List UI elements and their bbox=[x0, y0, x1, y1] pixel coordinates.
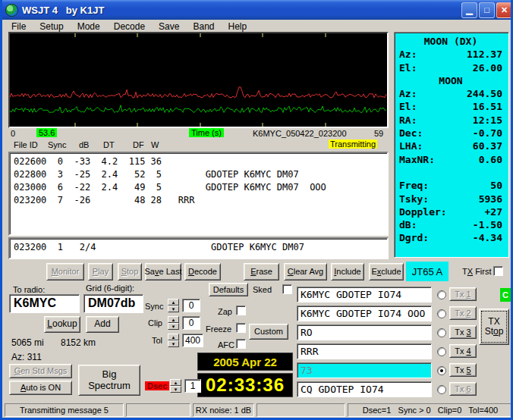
col-file-id: File ID bbox=[14, 140, 38, 149]
clip-value[interactable]: 0 bbox=[182, 316, 200, 330]
dsec-stepper[interactable]: ▲▼ bbox=[170, 379, 181, 393]
tx-radio-1[interactable] bbox=[437, 290, 446, 299]
distance-miles: 5065 mi bbox=[11, 337, 44, 348]
moon-maxnr: MaxNR:0.60 bbox=[399, 153, 502, 166]
wsjt-main-window: WSJT 4 by K1JT ▁ □ ✕ File Setup Mode Dec… bbox=[0, 0, 513, 420]
moon-tsky: Tsky:5936 bbox=[399, 193, 502, 205]
moon-data-panel: MOON (DX) Az:112.37 El:26.00 MOON Az:244… bbox=[394, 32, 509, 258]
tx-first-checkbox[interactable] bbox=[493, 266, 503, 276]
maximize-button[interactable]: □ bbox=[479, 2, 495, 18]
afc-checkbox[interactable] bbox=[236, 339, 246, 349]
sync-value[interactable]: 0 bbox=[182, 299, 200, 312]
mode-indicator: JT65 A bbox=[406, 262, 448, 281]
menu-help[interactable]: Help bbox=[222, 20, 254, 33]
average-row: 023200 1 2/4 GDOTEP K6MYC DM07 bbox=[14, 241, 387, 254]
moon-el: El:16.51 bbox=[399, 100, 502, 113]
menu-save[interactable]: Save bbox=[152, 20, 186, 33]
tx-message-2[interactable]: K6MYC GDOTEP IO74 OOO bbox=[297, 306, 432, 321]
col-w: W bbox=[151, 140, 159, 149]
moon-dx-el: El:26.00 bbox=[399, 61, 502, 74]
up-arrow-icon[interactable]: ▲ bbox=[168, 299, 179, 306]
down-arrow-icon[interactable]: ▼ bbox=[168, 340, 179, 347]
sync-stepper[interactable]: ▲▼ bbox=[168, 299, 179, 312]
tx6-button[interactable]: Tx 6 bbox=[449, 382, 477, 396]
menu-band[interactable]: Band bbox=[186, 20, 221, 33]
dsec-label: Dsec bbox=[145, 381, 169, 390]
big-spectrum-button[interactable]: Big Spectrum bbox=[78, 365, 140, 396]
col-df: DF bbox=[133, 140, 144, 149]
tx5-button[interactable]: Tx 5 bbox=[449, 363, 477, 377]
minimize-button[interactable]: ▁ bbox=[461, 2, 477, 18]
clear-avg-button[interactable]: Clear Avg bbox=[284, 263, 327, 281]
play-button[interactable]: Play bbox=[88, 263, 113, 281]
add-button[interactable]: Add bbox=[86, 316, 119, 333]
up-arrow-icon[interactable]: ▲ bbox=[168, 316, 179, 323]
sync-label: Sync bbox=[145, 302, 163, 311]
close-button[interactable]: ✕ bbox=[496, 2, 512, 18]
save-last-button[interactable]: Save Last bbox=[145, 263, 181, 281]
average-text-area[interactable]: 023200 1 2/4 GDOTEP K6MYC DM07 bbox=[8, 237, 389, 259]
status-empty-2 bbox=[256, 403, 345, 417]
tx-message-4[interactable]: RRR bbox=[297, 343, 432, 359]
tx-radio-6[interactable] bbox=[437, 385, 446, 394]
decoded-text-area[interactable]: 022600 0 -33 4.2 115 36 022800 3 -25 2.4… bbox=[8, 152, 389, 236]
custom-button[interactable]: Custom bbox=[249, 324, 288, 340]
tx-radio-5[interactable] bbox=[437, 366, 446, 375]
defaults-button[interactable]: Defaults bbox=[209, 283, 248, 296]
clip-label: Clip bbox=[148, 318, 162, 328]
clip-stepper[interactable]: ▲▼ bbox=[168, 316, 179, 330]
menu-decode[interactable]: Decode bbox=[107, 20, 152, 33]
tol-stepper[interactable]: ▲▼ bbox=[168, 334, 179, 347]
tx-radio-2[interactable] bbox=[437, 309, 446, 318]
tx-stop-button[interactable]: TX Stop bbox=[479, 309, 509, 345]
monitor-button[interactable]: Monitor bbox=[46, 263, 84, 281]
exclude-button[interactable]: Exclude bbox=[369, 263, 404, 281]
close-icon: ✕ bbox=[501, 6, 508, 14]
down-arrow-icon[interactable]: ▼ bbox=[168, 323, 179, 330]
moon-dx-header: MOON (DX) bbox=[399, 35, 502, 48]
tx4-button[interactable]: Tx 4 bbox=[449, 344, 477, 358]
tx3-button[interactable]: Tx 3 bbox=[449, 325, 477, 339]
tx-message-3[interactable]: RO bbox=[297, 324, 432, 340]
dsec-value[interactable]: 1 bbox=[184, 379, 201, 393]
grid-input[interactable]: DM07db bbox=[83, 294, 143, 313]
c-indicator: C bbox=[500, 288, 511, 302]
spectrum-display[interactable] bbox=[8, 32, 389, 128]
tx-message-6[interactable]: CQ GDOTEP IO74 bbox=[297, 381, 432, 397]
stop-button[interactable]: Stop bbox=[118, 263, 142, 281]
gen-std-msgs-button[interactable]: Gen Std Msgs bbox=[9, 364, 72, 378]
freeze-checkbox[interactable] bbox=[236, 323, 246, 333]
menu-setup[interactable]: Setup bbox=[33, 20, 70, 33]
menu-mode[interactable]: Mode bbox=[71, 20, 107, 33]
up-arrow-icon[interactable]: ▲ bbox=[168, 334, 179, 340]
tx-message-5[interactable]: 73 bbox=[297, 362, 432, 378]
erase-button[interactable]: Erase bbox=[244, 263, 279, 281]
time-scale-start: 0 bbox=[11, 129, 15, 138]
lookup-button[interactable]: Lookup bbox=[44, 316, 80, 333]
tol-value[interactable]: 400 bbox=[182, 334, 203, 347]
moon-spacer bbox=[399, 166, 502, 179]
wav-file-name: K6MYC_050422_023200 bbox=[253, 129, 347, 138]
tx1-button[interactable]: Tx 1 bbox=[449, 287, 477, 301]
zap-checkbox[interactable] bbox=[236, 306, 246, 315]
tx-message-1[interactable]: K6MYC GDOTEP IO74 bbox=[297, 287, 432, 302]
sked-checkbox[interactable] bbox=[282, 284, 292, 294]
status-rx-noise: RX noise: 1 dB bbox=[193, 403, 254, 417]
cursor-position-value: 53.6 bbox=[36, 128, 57, 137]
minimize-icon: ▁ bbox=[466, 6, 472, 14]
moon-dgrd: Dgrd:-4.34 bbox=[399, 231, 502, 244]
zap-label: Zap bbox=[218, 307, 232, 316]
tx-radio-4[interactable] bbox=[437, 347, 446, 356]
include-button[interactable]: Include bbox=[331, 263, 364, 281]
decode-row: 022800 3 -25 2.4 52 5 GDOTEP K6MYC DM07 bbox=[14, 168, 387, 181]
menu-file[interactable]: File bbox=[5, 20, 33, 33]
auto-toggle-button[interactable]: Auto is ON bbox=[9, 381, 72, 395]
down-arrow-icon[interactable]: ▼ bbox=[168, 306, 179, 312]
decode-button[interactable]: Decode bbox=[184, 263, 221, 281]
tx-radio-3[interactable] bbox=[437, 328, 446, 337]
up-arrow-icon[interactable]: ▲ bbox=[170, 379, 181, 386]
to-radio-input[interactable]: K6MYC bbox=[9, 294, 80, 313]
down-arrow-icon[interactable]: ▼ bbox=[170, 386, 181, 393]
decode-row: 023000 6 -22 2.4 49 5 GDOTEP K6MYC DM07 … bbox=[14, 181, 387, 194]
tx2-button[interactable]: Tx 2 bbox=[449, 306, 477, 320]
